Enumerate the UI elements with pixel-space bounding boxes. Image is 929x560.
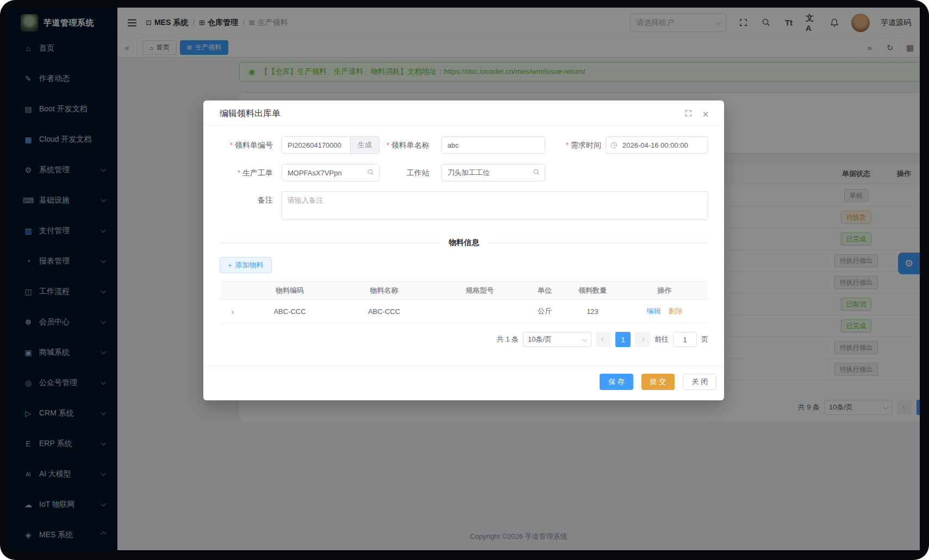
close-button[interactable]: 关 闭 [683, 374, 716, 390]
order-no-input[interactable] [282, 136, 351, 154]
expand-row-icon[interactable]: › [232, 307, 234, 316]
workstation-input[interactable] [441, 164, 545, 181]
edit-issue-order-dialog: 编辑领料出库单 × 领料单编号 生成 领料单名称 需求时间 ◷ 生产工单 工作站 [203, 100, 724, 400]
column-spec: 规格型号 [434, 286, 525, 295]
page-1-button[interactable]: 1 [615, 332, 631, 347]
material-code: ABC-CCC [246, 307, 334, 316]
dialog-footer-divider [203, 366, 724, 366]
search-icon[interactable] [533, 168, 540, 178]
material-qty: 123 [564, 307, 621, 316]
total-count: 共 1 条 [497, 335, 519, 344]
order-name-wrap [441, 136, 545, 154]
clock-icon: ◷ [610, 140, 617, 149]
workstation-wrap [441, 164, 545, 181]
column-unit: 单位 [525, 286, 564, 295]
save-button[interactable]: 保 存 [600, 374, 633, 390]
column-material-code: 物料编码 [246, 286, 334, 295]
require-time-input[interactable] [606, 136, 708, 154]
material-pagination: 共 1 条 10条/页 1 前往 页 [497, 332, 708, 347]
chevron-down-icon [582, 336, 588, 342]
goto-page-input[interactable] [673, 332, 697, 347]
order-no-label: 领料单编号 [214, 136, 273, 154]
chevron-left-icon [601, 337, 606, 342]
material-name: ABC-CCC [334, 307, 434, 316]
workstation-label: 工作站 [364, 164, 429, 181]
page-unit-label: 页 [701, 335, 708, 344]
dialog-close-icon[interactable]: × [702, 109, 709, 119]
delete-material-button[interactable]: 删除 [669, 306, 683, 316]
page-size-select[interactable]: 10条/页 [523, 332, 591, 347]
material-row: › ABC-CCC ABC-CCC 公斤 123 编辑删除 [220, 300, 708, 323]
goto-label: 前往 [654, 335, 669, 344]
prev-page-button[interactable] [596, 332, 611, 347]
next-page-button[interactable] [635, 332, 650, 347]
add-material-button[interactable]: + 添加物料 [220, 257, 272, 273]
column-qty: 领料数量 [564, 286, 621, 295]
column-ops: 操作 [621, 286, 708, 295]
dialog-footer-buttons: 保 存 提 交 关 闭 [600, 374, 716, 390]
material-section-title: 物料信息 [440, 238, 488, 248]
require-time-wrap: ◷ [606, 136, 708, 154]
order-name-label: 领料单名称 [364, 136, 429, 154]
material-unit: 公斤 [525, 306, 564, 316]
edit-material-button[interactable]: 编辑 [647, 306, 661, 316]
app-window: 芋道管理系统 ⌂首页 ✎作者动态 ▤Boot 开发文档 ▦Cloud 开发文档 … [10, 8, 920, 550]
submit-button[interactable]: 提 交 [641, 374, 675, 390]
screenshot-frame: 芋道管理系统 ⌂首页 ✎作者动态 ▤Boot 开发文档 ▦Cloud 开发文档 … [0, 0, 929, 560]
order-name-input[interactable] [441, 136, 545, 154]
plus-icon: + [228, 261, 232, 269]
remark-label: 备注 [214, 191, 273, 209]
require-time-label: 需求时间 [536, 136, 601, 154]
column-material-name: 物料名称 [334, 286, 434, 295]
dialog-header: 编辑领料出库单 × [203, 100, 724, 126]
dialog-title: 编辑领料出库单 [220, 108, 280, 119]
material-table: 物料编码 物料名称 规格型号 单位 领料数量 操作 › ABC-CCC ABC-… [220, 281, 708, 323]
material-table-header: 物料编码 物料名称 规格型号 单位 领料数量 操作 [220, 281, 708, 300]
dialog-tools: × [684, 109, 709, 119]
chevron-right-icon [640, 337, 645, 342]
work-order-label: 生产工单 [214, 164, 273, 181]
material-section-divider: 物料信息 [220, 236, 708, 249]
dialog-fullscreen-icon[interactable] [684, 109, 693, 119]
remark-textarea[interactable] [282, 191, 708, 220]
